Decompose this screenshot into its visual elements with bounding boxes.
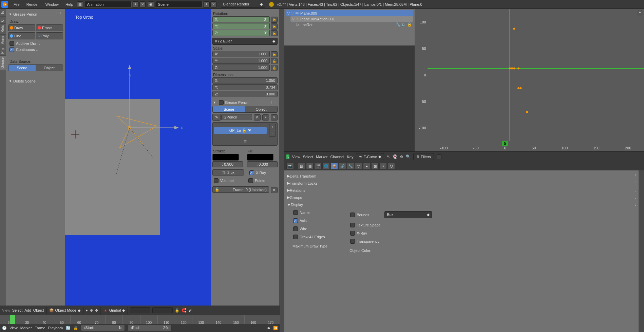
jump-start-button[interactable]: ⏮ bbox=[267, 326, 270, 330]
graph-ghost-icon[interactable]: 👻 bbox=[393, 154, 397, 159]
vtab-physics[interactable]: Phy bbox=[0, 46, 6, 55]
graph-filters-button[interactable]: ⊕ Filters bbox=[413, 153, 434, 160]
rot-z-lock[interactable]: 🔓 bbox=[271, 30, 278, 36]
transform-locks-header[interactable]: ▶Transform Locks⋮⋮ bbox=[286, 180, 642, 187]
vtab-create[interactable]: Cr bbox=[0, 16, 6, 24]
fill-color-swatch[interactable] bbox=[247, 154, 273, 161]
graph-cursor-icon[interactable]: ↖ bbox=[387, 154, 390, 159]
xray-checkbox[interactable]: ✓X Ray bbox=[248, 170, 278, 176]
scale-y-lock[interactable]: 🔓 bbox=[271, 58, 278, 64]
stroke-color-swatch[interactable] bbox=[212, 154, 239, 161]
display-header[interactable]: ▼Display⋮⋮ bbox=[286, 201, 642, 208]
vtab-relations[interactable]: Rela bbox=[0, 23, 6, 34]
render-border-icon[interactable]: 🖌 bbox=[188, 308, 192, 312]
rot-z-field[interactable]: Z:0° bbox=[212, 30, 270, 36]
manipulator-button[interactable]: ✥ bbox=[95, 308, 98, 313]
prop-tab-render[interactable]: 📷 bbox=[286, 163, 294, 169]
data-source-object[interactable]: Object bbox=[36, 65, 63, 71]
rot-x-field[interactable]: X:0° bbox=[212, 16, 270, 22]
gp-source-toggle[interactable]: Scene Object bbox=[212, 106, 278, 113]
prop-tab-scene[interactable]: 🎬 bbox=[314, 163, 322, 169]
prev-keyframe-button[interactable]: ⏪ bbox=[273, 326, 278, 330]
graph-menu-marker[interactable]: Marker bbox=[316, 155, 327, 159]
continuous-drawing-checkbox[interactable]: ✓Continuous … bbox=[8, 47, 63, 53]
outliner-object-row[interactable]: ▽▽👁Plane.009 bbox=[286, 10, 413, 16]
snap-icon[interactable]: 🧲 bbox=[182, 308, 186, 313]
display-xray-checkbox[interactable]: X-Ray bbox=[349, 230, 433, 236]
layers-widget-2[interactable] bbox=[152, 307, 173, 313]
gp-layer-item[interactable]: GP_La 🔓 👁 bbox=[214, 127, 267, 134]
dim-z-field[interactable]: Z:0.000 bbox=[212, 91, 278, 97]
display-bounds-checkbox[interactable]: BoundsBox◆ bbox=[349, 209, 433, 220]
gp-layer-remove[interactable]: − bbox=[269, 131, 276, 137]
frame-delete-button[interactable]: ✕ bbox=[271, 187, 278, 193]
timeline-menu-frame[interactable]: Frame bbox=[35, 326, 45, 330]
points-checkbox[interactable]: Points bbox=[247, 178, 278, 184]
graph-menu-view[interactable]: View bbox=[292, 155, 300, 159]
relations-header[interactable]: ▶Relations⋮⋮ bbox=[286, 187, 642, 194]
prop-tab-object[interactable]: 📦 bbox=[330, 163, 338, 169]
menu-file[interactable]: File bbox=[10, 1, 23, 8]
gp-layer-add[interactable]: + bbox=[269, 124, 276, 130]
gp-erase-button[interactable]: Erase bbox=[36, 24, 63, 31]
graph-menu-select[interactable]: Select bbox=[303, 155, 314, 159]
timeline-lock-icon[interactable]: 🔓 bbox=[73, 326, 78, 330]
display-edges-checkbox[interactable]: Draw All Edges bbox=[292, 234, 328, 240]
prop-tab-world[interactable]: 🌐 bbox=[322, 163, 330, 169]
display-name-checkbox[interactable]: Name bbox=[292, 209, 328, 216]
scene-browse-icon[interactable]: ◉ bbox=[148, 1, 154, 7]
graph-add-button[interactable]: + bbox=[637, 10, 643, 16]
n-grease-pencil-header[interactable]: ▼Grease Pencil⋮⋮ bbox=[212, 99, 278, 106]
gp-line-button[interactable]: Line bbox=[8, 32, 35, 39]
thickness-field[interactable]: Th:3 px bbox=[212, 169, 244, 176]
groups-header[interactable]: ▶Groups⋮⋮ bbox=[286, 194, 642, 201]
vtab-tools[interactable]: To bbox=[0, 9, 6, 16]
timeline-sync-icon[interactable]: 🔄 bbox=[66, 326, 71, 330]
orientation-dropdown[interactable]: 🔺 Gimbal ◆ bbox=[100, 307, 128, 314]
timeline-type-icon[interactable]: 🕐 bbox=[2, 326, 7, 330]
3dview-menu-select[interactable]: Select bbox=[12, 308, 23, 312]
rotation-mode-dropdown[interactable]: XYZ Euler◆ bbox=[212, 38, 278, 45]
layout-add-button[interactable]: + bbox=[133, 1, 139, 7]
gp-poly-button[interactable]: ▽Poly bbox=[36, 32, 63, 39]
graph-normalize-icon[interactable]: ⊙ bbox=[400, 154, 403, 159]
vtab-animation[interactable]: Anim bbox=[0, 34, 6, 46]
3d-viewport[interactable]: Top Ortho Y X (0) Plane.009 : Key 1 y x bbox=[65, 9, 211, 332]
gp-add-button[interactable]: + bbox=[262, 114, 269, 121]
vtab-grease-pencil[interactable]: Grease bbox=[0, 55, 6, 70]
outliner-locrot-row[interactable]: ▷LocRot🔧 🔈 🔓 bbox=[295, 22, 413, 27]
additive-drawing-checkbox[interactable]: Additive Dra… bbox=[8, 40, 63, 47]
scene-name-field[interactable]: Scene bbox=[155, 1, 203, 8]
delta-transform-header[interactable]: ▶Delta Transform⋮⋮ bbox=[286, 172, 642, 180]
rot-y-field[interactable]: Y:0° bbox=[212, 23, 270, 29]
graph-filter-check[interactable] bbox=[437, 154, 441, 159]
scale-x-lock[interactable]: 🔓 bbox=[271, 51, 278, 57]
display-wire-checkbox[interactable]: Wire bbox=[292, 226, 328, 232]
pivot-button[interactable]: ⊙ bbox=[90, 308, 93, 313]
scale-z-lock[interactable]: 🔓 bbox=[271, 65, 278, 71]
menu-window[interactable]: Window bbox=[42, 1, 62, 8]
layers-widget[interactable] bbox=[130, 307, 150, 313]
layout-remove-button[interactable]: ✕ bbox=[139, 1, 146, 7]
shading-button[interactable]: ● bbox=[86, 308, 88, 312]
gp-browse-icon[interactable]: ✎ bbox=[212, 114, 221, 121]
render-engine-dropdown[interactable]: Blender Render◆ bbox=[221, 1, 265, 8]
end-frame-field[interactable]: ◂End:24▸ bbox=[128, 325, 172, 331]
start-frame-field[interactable]: ◂Start:1▸ bbox=[81, 325, 125, 331]
display-texspace-checkbox[interactable]: Texture Space bbox=[349, 222, 433, 228]
prop-tab-constraints[interactable]: 🔗 bbox=[339, 163, 346, 169]
prop-tab-data[interactable]: ▽ bbox=[355, 163, 362, 169]
display-axis-checkbox[interactable]: ✓Axis bbox=[292, 218, 328, 224]
delete-scene-panel-header[interactable]: ▼Delete Scene bbox=[8, 78, 63, 84]
graph-editor[interactable]: 100 50 0 -50 -100 0 -100-50050100150200 … bbox=[415, 9, 644, 151]
layout-name-field[interactable]: Animation bbox=[84, 1, 132, 8]
graph-menu-key[interactable]: Key bbox=[347, 155, 353, 159]
menu-help[interactable]: Help bbox=[62, 1, 77, 8]
scene-remove-button[interactable]: ✕ bbox=[210, 1, 216, 7]
lock-camera-icon[interactable]: 🔒 bbox=[175, 308, 179, 313]
n-panel-scrollbar[interactable] bbox=[279, 9, 284, 332]
prop-tab-texture[interactable]: ▩ bbox=[371, 163, 379, 169]
gp-fake-user[interactable]: F bbox=[254, 114, 261, 121]
prop-tab-particles[interactable]: ✦ bbox=[379, 163, 387, 169]
graph-search-icon[interactable]: 🔍 bbox=[406, 154, 411, 159]
